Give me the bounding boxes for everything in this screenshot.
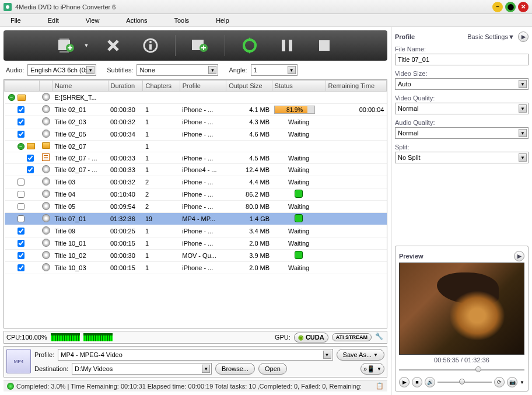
split-combo[interactable]: No Split▼	[395, 152, 528, 163]
volume-button[interactable]: 🔊	[425, 377, 435, 387]
profile-combo[interactable]: MP4 - MPEG-4 Video▼	[58, 349, 332, 361]
menu-tools[interactable]: Tools	[169, 16, 194, 25]
destination-combo[interactable]: D:\My Videos▼	[72, 363, 212, 375]
table-row[interactable]: Title 02_07 - ...00:00:331iPhone4 - ...1…	[5, 164, 387, 176]
audioquality-combo[interactable]: Normal▼	[395, 127, 528, 139]
table-row[interactable]: Title 10_0200:00:301MOV - Qu...3.9 MB	[5, 250, 387, 262]
table-row[interactable]: Title 0900:00:251iPhone - ...3.4 MBWaiti…	[5, 225, 387, 237]
audio-combo[interactable]: English AC3 6ch (0x8▼	[27, 64, 96, 76]
column-header[interactable]: Profile	[180, 81, 226, 92]
volume-slider[interactable]	[438, 377, 492, 387]
row-checkbox[interactable]	[18, 203, 24, 210]
videosize-combo[interactable]: Auto▼	[395, 78, 528, 90]
log-icon[interactable]: 📋	[376, 382, 384, 390]
add-dropdown-icon[interactable]: ▼	[84, 43, 89, 48]
transfer-button[interactable]: »📱▼	[360, 363, 384, 375]
column-header[interactable]	[5, 81, 40, 92]
add-profile-button[interactable]	[187, 34, 213, 57]
table-row[interactable]: Title 02_0500:00:341iPhone - ...4.6 MBWa…	[5, 128, 387, 141]
table-row[interactable]: Title 0500:09:542iPhone - ...80.0 MBWait…	[5, 201, 387, 213]
cell-remaining	[326, 225, 386, 237]
table-row[interactable]: Title 10_0100:00:151iPhone - ...2.0 MBWa…	[5, 237, 387, 250]
row-checkbox[interactable]	[18, 131, 24, 138]
table-row[interactable]: Title 02_0100:00:301iPhone - ...4.1 MB81…	[5, 104, 387, 116]
column-header[interactable]: Chapters	[143, 81, 180, 92]
cell-chapters: 1	[143, 262, 180, 274]
row-checkbox[interactable]	[18, 228, 24, 235]
maximize-button[interactable]: ⬤	[505, 2, 516, 12]
expand-button[interactable]: ▶	[518, 32, 528, 42]
column-header[interactable]	[40, 81, 52, 92]
open-button[interactable]: Open	[258, 363, 287, 375]
table-row[interactable]: Title 07_0101:32:3619MP4 - MP...1.4 GB	[5, 213, 387, 225]
add-file-button[interactable]	[54, 34, 79, 57]
column-header[interactable]: Status	[272, 81, 326, 92]
menu-view[interactable]: View	[81, 16, 104, 25]
filename-input[interactable]	[395, 54, 528, 65]
collapse-icon[interactable]: −	[8, 94, 15, 101]
row-checkbox[interactable]	[18, 264, 24, 271]
row-checkbox[interactable]	[18, 240, 24, 247]
convert-button[interactable]	[237, 34, 262, 57]
table-row[interactable]: Title 10_0300:00:151iPhone - ...2.0 MBWa…	[5, 262, 387, 274]
stop-preview-button[interactable]: ■	[412, 377, 422, 387]
menu-file[interactable]: File	[6, 16, 26, 25]
cell-duration: 00:00:32	[108, 116, 143, 128]
table-row[interactable]: Title 02_07 - ...00:00:331iPhone - ...4.…	[5, 152, 387, 164]
menu-help[interactable]: Help	[211, 16, 234, 25]
cell-remaining	[326, 176, 386, 188]
cell-status	[272, 141, 326, 152]
collapse-icon[interactable]: −	[18, 143, 24, 150]
table-row[interactable]: Title 02_0300:00:321iPhone - ...4.3 MBWa…	[5, 116, 387, 128]
snapshot-button[interactable]: 📷	[507, 377, 517, 387]
minimize-button[interactable]: –	[492, 2, 503, 12]
table-row[interactable]: Title 0300:00:322iPhone - ...4.4 MBWaiti…	[5, 176, 387, 188]
menu-actions[interactable]: Actions	[121, 16, 152, 25]
column-header[interactable]: Remaining Time	[326, 81, 386, 92]
browse-button[interactable]: Browse...	[215, 363, 255, 375]
close-button[interactable]: ✕	[518, 2, 528, 12]
basic-settings-link[interactable]: Basic Settings▼	[467, 33, 514, 40]
table-row[interactable]: −Title 02_071	[5, 141, 387, 152]
cell-profile: iPhone - ...	[180, 176, 226, 188]
save-as-button[interactable]: Save As...▼	[337, 349, 384, 361]
stop-button[interactable]	[312, 34, 337, 57]
cell-name: Title 02_07 - ...	[52, 152, 108, 164]
column-header[interactable]: Name	[52, 81, 108, 92]
table-row[interactable]: Title 0400:10:402iPhone - ...86.2 MB	[5, 188, 387, 201]
row-checkbox[interactable]	[27, 166, 34, 173]
cpu-bar: CPU:100.00% GPU: ◉ CUDA ATI STREAM 🔧	[4, 331, 387, 344]
column-header[interactable]: Output Size	[226, 81, 272, 92]
preview-image[interactable]	[399, 263, 524, 355]
row-checkbox[interactable]	[18, 179, 24, 186]
info-button[interactable]	[138, 34, 163, 57]
row-checkbox[interactable]	[18, 252, 24, 259]
cell-status	[272, 250, 326, 262]
subtitles-label: Subtitles:	[107, 67, 133, 74]
preview-expand-button[interactable]: ▶	[514, 251, 524, 261]
settings-icon[interactable]: 🔧	[375, 333, 384, 342]
play-button[interactable]: ▶	[399, 377, 410, 387]
menu-edit[interactable]: Edit	[43, 16, 64, 25]
row-checkbox[interactable]	[18, 118, 24, 125]
delete-button[interactable]	[100, 34, 126, 57]
cell-chapters	[143, 92, 180, 104]
row-checkbox[interactable]	[27, 155, 34, 162]
subtitles-combo[interactable]: None▼	[136, 64, 218, 76]
cell-profile: MOV - Qu...	[180, 250, 226, 262]
angle-combo[interactable]: 1▼	[251, 64, 298, 76]
snapshot-dropdown-icon[interactable]: ▼	[520, 380, 524, 385]
seek-slider[interactable]	[399, 365, 524, 375]
gpu-label: GPU:	[275, 334, 290, 341]
column-header[interactable]: Duration	[108, 81, 143, 92]
pause-button[interactable]	[274, 34, 300, 57]
row-checkbox[interactable]	[18, 106, 24, 113]
chevron-down-icon: ▼	[519, 104, 527, 113]
row-checkbox[interactable]	[18, 191, 24, 198]
snapshot-folder-button[interactable]: ⟳	[494, 377, 505, 387]
videoquality-combo[interactable]: Normal▼	[395, 103, 528, 114]
table-row[interactable]: −E:[SHREK_T...	[5, 92, 387, 104]
row-checkbox[interactable]	[18, 215, 24, 222]
file-table[interactable]: NameDurationChaptersProfileOutput SizeSt…	[4, 79, 387, 328]
status-text: Completed: 3.0% | Time Remaining: 00:10:…	[16, 383, 362, 390]
